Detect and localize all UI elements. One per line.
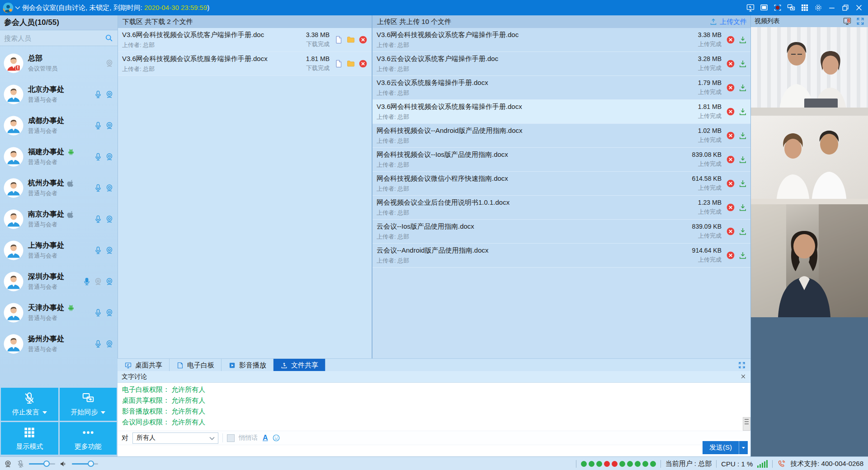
mic-icon[interactable] <box>94 246 103 255</box>
upload-file-row[interactable]: 云会议--Ios版产品使用指南.docx上传者: 总部 839.09 KB上传完… <box>373 220 751 244</box>
mic-icon[interactable] <box>94 183 103 193</box>
search-input[interactable] <box>0 34 104 42</box>
upload-file-row[interactable]: 网会视频会议企业后台使用说明书1.0.1.docx上传者: 总部 1.23 MB… <box>373 196 751 220</box>
webcam-icon[interactable] <box>105 121 114 130</box>
record-icon[interactable] <box>773 3 782 12</box>
mic-muted-button[interactable]: 停止发言 <box>1 388 58 421</box>
delete-icon[interactable] <box>726 203 735 212</box>
close-icon[interactable] <box>740 373 746 380</box>
participant-row[interactable]: 南京办事处 普通与会者 <box>0 203 118 235</box>
upload-file-button[interactable]: 上传文件 <box>709 15 747 28</box>
video-thumbnail[interactable] <box>751 27 868 116</box>
webcam-icon[interactable] <box>105 339 114 348</box>
download-icon[interactable] <box>738 107 747 116</box>
mic-icon[interactable] <box>94 121 103 130</box>
webcam-gray-icon[interactable] <box>105 59 114 68</box>
webcam-icon[interactable] <box>105 152 114 161</box>
mic-icon[interactable] <box>94 308 103 317</box>
screen-share-icon[interactable] <box>746 3 755 12</box>
webcam-icon[interactable] <box>105 308 114 317</box>
participant-row[interactable]: 北京办事处 普通与会者 <box>0 79 118 110</box>
delete-icon[interactable] <box>726 83 735 92</box>
open-file-icon[interactable] <box>334 59 343 68</box>
sync-screens-button[interactable]: 开始同步 <box>60 388 117 421</box>
participant-row[interactable]: 天津办事处 普通与会者 <box>0 297 118 328</box>
download-file-row[interactable]: V3.6网会科技视频会议系统客户端操作手册.doc上传者: 总部 3.38 MB… <box>118 28 372 52</box>
tab-file-share[interactable]: 文件共享 <box>274 359 326 371</box>
open-folder-icon[interactable] <box>346 59 355 68</box>
send-options-button[interactable] <box>739 441 748 454</box>
participant-row[interactable]: 上海办事处 普通与会者 <box>0 235 118 266</box>
participant-row[interactable]: 总部 会议管理员 <box>0 47 118 79</box>
download-icon[interactable] <box>738 83 747 92</box>
app-logo-icon[interactable] <box>2 2 14 14</box>
delete-icon[interactable] <box>726 227 735 236</box>
download-icon[interactable] <box>738 251 747 260</box>
expand-icon[interactable] <box>738 361 746 369</box>
upload-file-row[interactable]: 云会议--Android版产品使用指南.docx上传者: 总部 914.64 K… <box>373 244 751 268</box>
sync-screens-icon[interactable] <box>787 3 796 12</box>
participant-row[interactable]: 成都办事处 普通与会者 <box>0 110 118 141</box>
grid-icon[interactable] <box>800 3 809 12</box>
upload-file-row[interactable]: V3.6网会科技视频会议系统客户端操作手册.doc上传者: 总部 3.38 MB… <box>373 28 751 52</box>
open-file-icon[interactable] <box>334 35 343 44</box>
tab-whiteboard[interactable]: 电子白板 <box>170 359 222 371</box>
delete-icon[interactable] <box>359 35 368 44</box>
mic-icon[interactable] <box>94 215 103 224</box>
chevron-down-icon[interactable] <box>15 6 20 9</box>
mic-filled-icon[interactable] <box>82 277 91 286</box>
settings-icon[interactable] <box>814 3 823 12</box>
delete-icon[interactable] <box>726 107 735 116</box>
download-icon[interactable] <box>738 35 747 44</box>
participant-row[interactable]: 扬州办事处 普通与会者 <box>0 328 118 359</box>
webcam-gray-icon[interactable] <box>94 277 103 286</box>
mic-icon[interactable] <box>94 90 103 99</box>
mic-volume-slider[interactable] <box>29 463 55 465</box>
dual-monitor-icon[interactable]: 12 <box>843 17 852 26</box>
upload-file-row[interactable]: 网会科技视频会议--Android版产品使用指南.docx上传者: 总部 1.0… <box>373 124 751 148</box>
participant-row[interactable]: 杭州办事处 普通与会者 <box>0 172 118 203</box>
download-icon[interactable] <box>738 179 747 188</box>
mic-icon[interactable] <box>94 339 103 348</box>
download-icon[interactable] <box>738 203 747 212</box>
delete-icon[interactable] <box>726 131 735 140</box>
webcam-icon[interactable] <box>105 246 114 255</box>
video-thumbnail[interactable] <box>751 116 868 204</box>
webcam-icon[interactable] <box>105 90 114 99</box>
tab-media-play[interactable]: 影音播放 <box>222 359 274 371</box>
minimize-icon[interactable] <box>827 3 836 12</box>
speaker-volume-slider[interactable] <box>72 463 98 465</box>
upload-file-row[interactable]: V3.6网会科技视频会议系统服务端操作手册.docx上传者: 总部 1.81 M… <box>373 100 751 124</box>
font-icon[interactable]: A <box>263 434 268 442</box>
delete-icon[interactable] <box>726 251 735 260</box>
download-icon[interactable] <box>738 155 747 164</box>
upload-file-row[interactable]: 网会科技视频会议微信小程序快速指南.docx上传者: 总部 614.58 KB上… <box>373 172 751 196</box>
close-icon[interactable] <box>854 3 863 12</box>
upload-file-row[interactable]: V3.6云会议会议系统客户端操作手册.doc上传者: 总部 3.28 MB上传完… <box>373 52 751 76</box>
participant-row[interactable]: 深圳办事处 普通与会者 <box>0 266 118 297</box>
scrollbar[interactable] <box>743 417 750 431</box>
mic-icon[interactable] <box>94 152 103 161</box>
expand-icon[interactable] <box>856 17 865 26</box>
mic-muted-icon[interactable] <box>16 460 25 468</box>
delete-icon[interactable] <box>359 59 368 68</box>
fullscreen-icon[interactable] <box>760 3 769 12</box>
webcam-icon[interactable] <box>105 215 114 224</box>
open-folder-icon[interactable] <box>346 35 355 44</box>
delete-icon[interactable] <box>726 155 735 164</box>
webcam-icon[interactable] <box>105 183 114 193</box>
send-button[interactable]: 发送(S) <box>703 441 739 454</box>
speaker-icon[interactable] <box>59 460 68 468</box>
upload-file-row[interactable]: V3.6云会议系统服务端操作手册.docx上传者: 总部 1.79 MB上传完成 <box>373 76 751 100</box>
search-icon[interactable] <box>104 33 113 42</box>
recipient-select[interactable]: 所有人 <box>132 432 218 444</box>
emoji-icon[interactable] <box>272 434 280 442</box>
whisper-checkbox[interactable] <box>227 434 235 442</box>
download-icon[interactable] <box>738 59 747 68</box>
download-icon[interactable] <box>738 227 747 236</box>
more-dots-button[interactable]: 更多功能 <box>60 422 117 455</box>
download-icon[interactable] <box>738 131 747 140</box>
participant-row[interactable]: 福建办事处 普通与会者 <box>0 141 118 172</box>
webcam-icon[interactable] <box>4 460 12 468</box>
upload-file-row[interactable]: 网会科技视频会议--Ios版产品使用指南.docx上传者: 总部 839.08 … <box>373 148 751 172</box>
